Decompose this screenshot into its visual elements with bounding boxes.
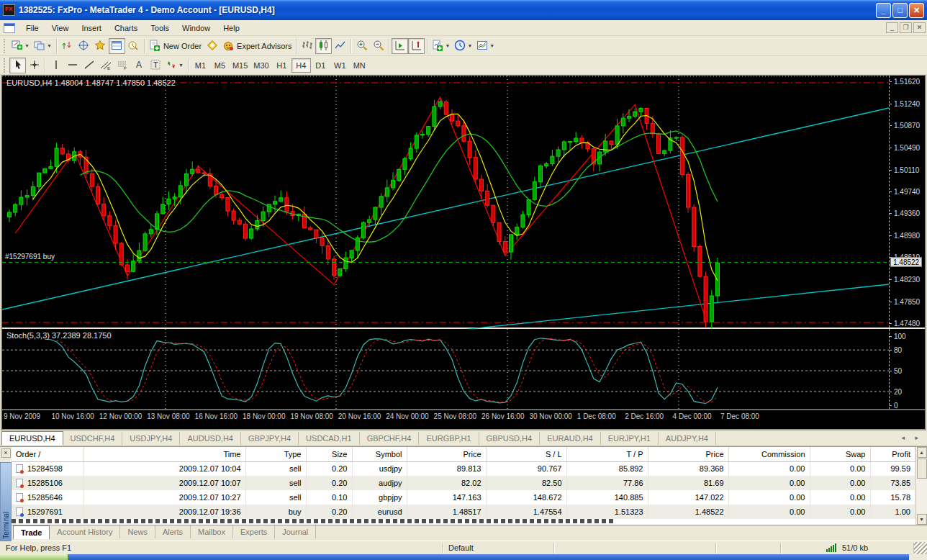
time-label[interactable]: 25 Nov 08:00 [434, 412, 477, 420]
timeframe-mn[interactable]: MN [350, 58, 369, 73]
scroll-thumb[interactable] [917, 459, 927, 479]
cursor-button[interactable] [9, 58, 26, 73]
chart-tab-gbpusd-h4[interactable]: GBPUSD,H4 [479, 432, 541, 445]
chart-tab-usdchf-h4[interactable]: USDCHF,H4 [63, 432, 123, 445]
terminal-tab-journal[interactable]: Journal [275, 525, 316, 538]
terminal-tab-trade[interactable]: Trade [13, 525, 50, 539]
timeframe-d1[interactable]: D1 [311, 58, 330, 73]
scroll-up-icon[interactable]: ▲ [917, 447, 927, 458]
time-label[interactable]: 20 Nov 16:00 [338, 412, 381, 420]
trendline-button[interactable] [81, 58, 97, 73]
chart-tab-eurjpy-h1[interactable]: EURJPY,H1 [601, 432, 659, 445]
time-label[interactable]: 2 Dec 16:00 [625, 412, 664, 420]
column-header[interactable]: Type [245, 447, 306, 461]
time-label[interactable]: 4 Dec 00:00 [673, 412, 712, 420]
navigator-button[interactable] [92, 38, 109, 54]
terminal-close-icon[interactable]: × [1, 448, 11, 458]
expert-advisors-button[interactable]: Expert Advisors [220, 38, 294, 54]
time-label[interactable]: 10 Nov 16:00 [51, 412, 94, 420]
column-header[interactable]: Commission [728, 447, 810, 461]
equidistant-channel-button[interactable]: E [97, 58, 114, 73]
new-order-button[interactable]: New Order [147, 38, 204, 54]
market-watch-button[interactable] [59, 38, 76, 54]
column-header[interactable]: Size [306, 447, 352, 461]
time-label[interactable]: 1 Dec 08:00 [577, 412, 616, 420]
time-label[interactable]: 9 Nov 2009 [4, 412, 40, 420]
menu-charts[interactable]: Charts [108, 22, 144, 35]
tab-scroll-arrows[interactable]: ◂ ▸ [901, 434, 923, 441]
table-scrollbar[interactable]: ▲ ▼ [915, 447, 927, 525]
column-header[interactable]: S / L [486, 447, 566, 461]
timeframe-m1[interactable]: M1 [191, 58, 210, 73]
column-header[interactable]: T / P [566, 447, 648, 461]
time-label[interactable]: 12 Nov 00:00 [99, 412, 143, 420]
chart-tab-euraud-h4[interactable]: EURAUD,H4 [540, 432, 601, 445]
menu-window[interactable]: Window [176, 22, 217, 35]
toolbar-grip[interactable] [4, 58, 7, 73]
chart-tab-audusd-h4[interactable]: AUDUSD,H4 [180, 432, 241, 445]
column-header[interactable]: Symbol [352, 447, 407, 461]
menu-help[interactable]: Help [217, 22, 246, 35]
arrows-button[interactable]: ▼ [163, 58, 186, 73]
scroll-down-icon[interactable]: ▼ [917, 514, 927, 525]
timeframe-h4[interactable]: H4 [291, 58, 311, 73]
table-row[interactable]: 152845982009.12.07 10:04sell0.20usdjpy89… [12, 461, 915, 476]
column-header[interactable]: Price [407, 447, 486, 461]
column-header[interactable]: Time [83, 447, 245, 461]
menu-tools[interactable]: Tools [144, 22, 176, 35]
time-label[interactable]: 30 Nov 00:00 [529, 412, 572, 420]
bar-chart-button[interactable] [299, 38, 315, 54]
table-row[interactable]: 152851062009.12.07 10:07sell0.20audjpy82… [12, 476, 915, 490]
profiles-button[interactable]: ▼ [32, 38, 54, 54]
mdi-close-button[interactable]: ✕ [913, 22, 926, 33]
maximize-button[interactable]: □ [892, 3, 908, 18]
chart-tab-usdcad-h1[interactable]: USDCAD,H1 [299, 432, 360, 445]
chart-tab-eurusd-h4[interactable]: EURUSD,H4 [1, 431, 63, 446]
time-label[interactable]: 26 Nov 16:00 [481, 412, 525, 420]
time-label[interactable]: 16 Nov 16:00 [195, 412, 238, 420]
new-chart-button[interactable]: ▼ [9, 38, 32, 54]
chart-tab-gbpjpy-h4[interactable]: GBPJPY,H4 [241, 432, 299, 445]
periods-button[interactable]: ▼ [452, 38, 474, 54]
column-header[interactable]: Order / [12, 447, 83, 461]
line-chart-button[interactable] [332, 38, 348, 54]
chart-tab-audjpy-h4[interactable]: AUDJPY,H4 [659, 432, 716, 445]
timeframe-m30[interactable]: M30 [250, 58, 271, 73]
time-label[interactable]: 19 Nov 08:00 [290, 412, 333, 420]
timeframe-w1[interactable]: W1 [330, 58, 350, 73]
column-header[interactable]: Price [648, 447, 728, 461]
time-label[interactable]: 13 Nov 08:00 [147, 412, 190, 420]
price-chart[interactable]: #15297691 buyEURUSD,H4 1.48004 1.48747 1… [2, 76, 889, 328]
text-button[interactable]: A [130, 58, 147, 73]
timeframe-m5[interactable]: M5 [210, 58, 230, 73]
chart-tab-gbpchf-h4[interactable]: GBPCHF,H4 [360, 432, 420, 445]
stochastic-chart[interactable]: Stoch(5,3,3) 37.2389 28.1750 [2, 329, 889, 409]
price-axis[interactable]: 1.516201.512401.508701.504901.501101.497… [889, 76, 923, 328]
mdi-restore-button[interactable]: ❐ [900, 22, 912, 33]
terminal-tab-experts[interactable]: Experts [233, 525, 275, 538]
status-profile[interactable]: Default [443, 543, 554, 554]
templates-button[interactable]: ▼ [474, 38, 497, 54]
chart-shift-button[interactable] [408, 38, 425, 54]
time-label[interactable]: 7 Dec 08:00 [720, 412, 759, 420]
menu-file[interactable]: File [19, 22, 45, 35]
terminal-button[interactable] [109, 38, 125, 54]
column-header[interactable]: Swap [810, 447, 870, 461]
fibonacci-button[interactable]: F [114, 58, 130, 73]
candlestick-chart-button[interactable] [315, 38, 332, 54]
strategy-tester-button[interactable] [125, 38, 142, 54]
auto-scroll-button[interactable] [392, 38, 408, 54]
metaeditor-button[interactable] [204, 38, 220, 54]
table-row[interactable]: 152976912009.12.07 19:36buy0.20eurusd1.4… [12, 505, 915, 519]
resize-grip[interactable] [914, 542, 927, 554]
data-window-button[interactable] [76, 38, 92, 54]
time-label[interactable]: 24 Nov 00:00 [386, 412, 429, 420]
terminal-tab-alerts[interactable]: Alerts [155, 525, 191, 538]
crosshair-button[interactable] [26, 58, 42, 73]
timeframe-m15[interactable]: M15 [230, 58, 250, 73]
terminal-tab-account-history[interactable]: Account History [50, 525, 120, 538]
zoom-out-button[interactable] [370, 38, 386, 54]
minimize-button[interactable]: _ [876, 3, 891, 18]
terminal-tab-news[interactable]: News [120, 525, 155, 538]
mdi-minimize-button[interactable]: _ [886, 22, 898, 33]
